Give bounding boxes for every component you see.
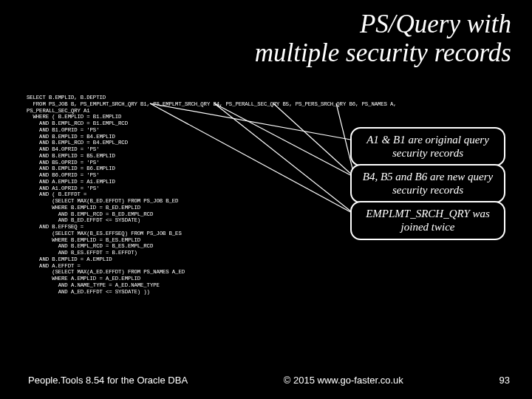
callout-joined-twice: EMPLMT_SRCH_QRY was joined twice bbox=[350, 201, 505, 240]
sql-code-block: SELECT B.EMPLID, B.DEPTID FROM PS_JOB B,… bbox=[27, 95, 397, 295]
footer-page-number: 93 bbox=[499, 375, 510, 386]
callout-original-records: A1 & B1 are original query security reco… bbox=[350, 127, 505, 166]
footer-left: People.Tools 8.54 for the Oracle DBA bbox=[28, 375, 188, 386]
slide-footer: People.Tools 8.54 for the Oracle DBA © 2… bbox=[0, 375, 532, 386]
callout-new-records: B4, B5 and B6 are new query security rec… bbox=[350, 164, 505, 203]
title-line-2: multiple security records bbox=[255, 38, 511, 67]
title-line-1: PS/Query with bbox=[360, 10, 511, 38]
slide-title: PS/Query with multiple security records bbox=[0, 0, 532, 67]
footer-center: © 2015 www.go-faster.co.uk bbox=[284, 375, 403, 386]
